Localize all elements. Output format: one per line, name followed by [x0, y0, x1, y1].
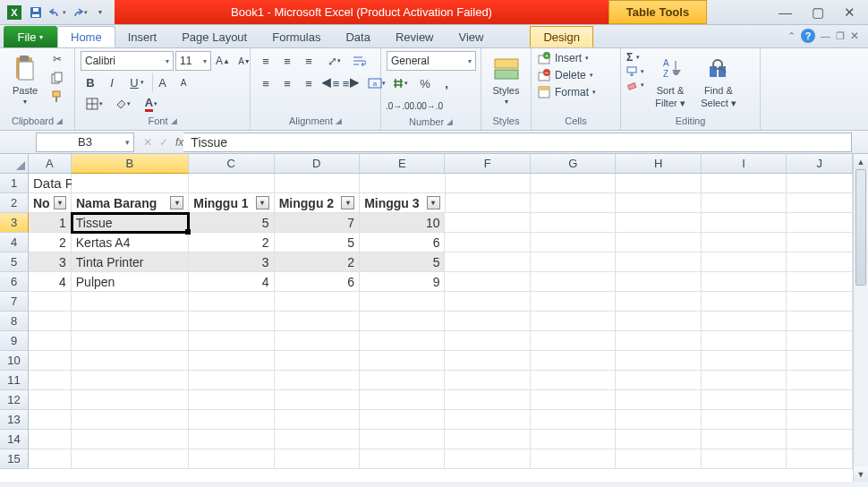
column-header-B[interactable]: B	[72, 154, 189, 174]
clipboard-dialog-launcher[interactable]: ◢	[56, 116, 63, 125]
column-header-H[interactable]: H	[616, 154, 701, 174]
cell[interactable]	[189, 449, 274, 469]
cell[interactable]	[445, 292, 530, 312]
cell[interactable]	[531, 312, 616, 331]
cell[interactable]: Kertas A4	[72, 233, 189, 252]
cell[interactable]	[787, 272, 853, 292]
cell[interactable]	[360, 351, 445, 371]
column-header-D[interactable]: D	[275, 154, 360, 174]
cell[interactable]	[29, 449, 72, 469]
find-select-button[interactable]: Find &Select ▾	[696, 51, 741, 109]
cells-area[interactable]: Data PembelianNo▾Nama Barang▾Minggu 1▾Mi…	[29, 174, 853, 482]
cell[interactable]	[531, 252, 616, 272]
align-top-icon[interactable]: ≡	[256, 51, 276, 71]
cell[interactable]	[616, 233, 701, 252]
accounting-format-icon[interactable]: ▾	[387, 73, 413, 93]
scroll-up-icon[interactable]: ▲	[854, 154, 868, 169]
fill-handle[interactable]	[185, 229, 191, 235]
tab-formulas[interactable]: Formulas	[260, 26, 333, 47]
bold-button[interactable]: B	[81, 73, 100, 92]
tab-review[interactable]: Review	[383, 26, 447, 47]
close-button[interactable]: ✕	[844, 4, 855, 21]
help-icon[interactable]: ?	[801, 29, 815, 43]
cell[interactable]	[702, 252, 787, 272]
cell[interactable]	[275, 371, 360, 390]
cell[interactable]	[189, 351, 274, 371]
cell[interactable]	[360, 331, 445, 351]
row-header-13[interactable]: 13	[0, 410, 29, 430]
fill-color-button[interactable]: ▾	[109, 94, 136, 114]
maximize-button[interactable]: ▢	[812, 4, 824, 21]
cell[interactable]	[445, 233, 530, 252]
cell[interactable]	[787, 430, 853, 449]
cell[interactable]	[189, 371, 274, 390]
cell[interactable]	[616, 371, 701, 390]
cell[interactable]	[189, 174, 274, 193]
cell[interactable]: 5	[189, 213, 274, 233]
cell[interactable]: 4	[29, 272, 72, 292]
column-header-J[interactable]: J	[787, 154, 853, 174]
cell[interactable]: 1	[29, 213, 72, 233]
cell[interactable]	[531, 193, 616, 213]
cell[interactable]	[29, 371, 72, 390]
cell[interactable]: Minggu 1▾	[189, 193, 274, 213]
cell[interactable]	[787, 371, 853, 390]
row-header-10[interactable]: 10	[0, 351, 29, 371]
filter-button[interactable]: ▾	[170, 196, 183, 209]
borders-button[interactable]: ▾	[81, 94, 107, 114]
cell[interactable]	[360, 449, 445, 469]
cell[interactable]	[531, 233, 616, 252]
cell[interactable]: 7	[275, 213, 360, 233]
cell[interactable]	[616, 292, 701, 312]
formula-input[interactable]: Tissue	[183, 132, 852, 152]
name-box[interactable]: B3▾	[36, 132, 134, 152]
cell[interactable]	[531, 292, 616, 312]
cell[interactable]	[702, 390, 787, 410]
cell[interactable]	[275, 410, 360, 430]
cell[interactable]: Pulpen	[72, 272, 189, 292]
alignment-dialog-launcher[interactable]: ◢	[336, 116, 342, 125]
cell[interactable]	[189, 390, 274, 410]
cell[interactable]	[72, 410, 189, 430]
cell[interactable]	[275, 390, 360, 410]
doc-restore-icon[interactable]: ❐	[836, 30, 845, 42]
cell[interactable]	[360, 430, 445, 449]
cell[interactable]	[616, 174, 701, 193]
cell[interactable]	[787, 390, 853, 410]
cell[interactable]	[360, 371, 445, 390]
cell[interactable]	[787, 331, 853, 351]
cell[interactable]	[702, 233, 787, 252]
cell[interactable]: 4	[189, 272, 274, 292]
cell[interactable]	[72, 331, 189, 351]
cell[interactable]	[531, 449, 616, 469]
cell[interactable]: No▾	[29, 193, 72, 213]
cell[interactable]	[29, 430, 72, 449]
cell[interactable]	[702, 430, 787, 449]
cell[interactable]	[275, 312, 360, 331]
cell[interactable]	[702, 351, 787, 371]
row-header-7[interactable]: 7	[0, 292, 29, 312]
cell[interactable]	[616, 193, 701, 213]
percent-icon[interactable]: %	[415, 73, 435, 93]
fill-button[interactable]: ▾	[626, 66, 644, 77]
cell[interactable]	[72, 449, 189, 469]
sort-filter-button[interactable]: AZ Sort &Filter ▾	[648, 51, 693, 109]
cell[interactable]	[445, 252, 530, 272]
cell[interactable]	[787, 233, 853, 252]
row-header-15[interactable]: 15	[0, 449, 29, 469]
cell[interactable]	[616, 312, 701, 331]
cell[interactable]	[531, 351, 616, 371]
cell[interactable]	[275, 331, 360, 351]
cell[interactable]	[787, 252, 853, 272]
font-size-combo[interactable]: 11▾	[175, 51, 211, 71]
cell[interactable]	[29, 312, 72, 331]
cell[interactable]: Tinta Printer	[72, 252, 189, 272]
cell[interactable]	[616, 449, 701, 469]
scroll-down-icon[interactable]: ▼	[854, 466, 868, 482]
tab-home[interactable]: Home	[57, 26, 115, 47]
column-header-G[interactable]: G	[531, 154, 616, 174]
cell[interactable]	[446, 193, 531, 213]
column-header-E[interactable]: E	[360, 154, 445, 174]
cell[interactable]	[445, 331, 530, 351]
cell[interactable]	[189, 410, 274, 430]
